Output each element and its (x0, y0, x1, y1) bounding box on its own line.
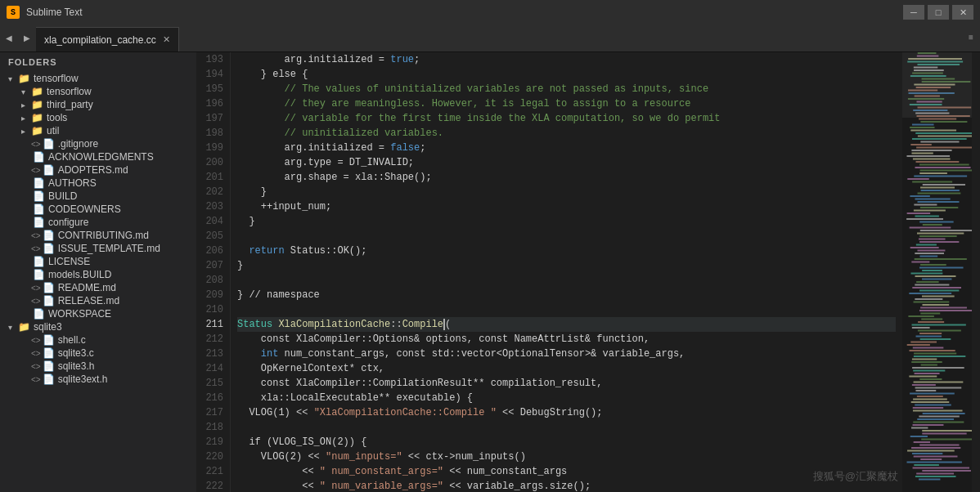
sidebar-item[interactable]: <>📄sqlite3.h (0, 360, 196, 373)
sidebar-item[interactable]: ▾📁tensorflow (0, 72, 196, 85)
sidebar-item[interactable]: ▾📁tensorflow (0, 85, 196, 98)
svg-rect-81 (915, 284, 949, 286)
svg-rect-128 (917, 418, 954, 420)
svg-rect-90 (919, 310, 972, 311)
line-number: 207 (203, 258, 223, 273)
svg-rect-141 (914, 456, 958, 458)
sidebar-item[interactable]: <>📄RELEASE.md (0, 294, 196, 307)
svg-rect-80 (916, 281, 938, 283)
sidebar-item[interactable]: 📄BUILD (0, 190, 196, 203)
svg-rect-57 (915, 216, 938, 217)
svg-rect-88 (922, 304, 949, 306)
code-line: VLOG(2) << "num_inputs=" << ctx->num_inp… (237, 450, 896, 464)
file-label: models.BUILD (48, 269, 111, 280)
sidebar-item[interactable]: 📄WORKSPACE (0, 307, 196, 320)
svg-rect-132 (922, 430, 972, 432)
svg-rect-26 (910, 127, 934, 128)
sidebar-item[interactable]: <>📄ADOPTERS.md (0, 163, 196, 177)
svg-rect-28 (915, 132, 972, 134)
sidebar-item[interactable]: <>📄CONTRIBUTING.md (0, 229, 196, 242)
tabbar: ◀ ▶ xla_compilation_cache.cc ✕ ≡ (0, 25, 980, 52)
file-type-icon: <> (31, 375, 41, 384)
svg-rect-54 (920, 207, 958, 208)
maximize-button[interactable]: □ (928, 5, 949, 20)
sidebar-item[interactable]: <>📄sqlite3.c (0, 347, 196, 360)
file-icon: 📄 (33, 177, 45, 189)
code-line: arg.type = DT_INVALID; (237, 155, 896, 170)
svg-rect-135 (921, 439, 972, 441)
tab-close-button[interactable]: ✕ (163, 34, 170, 45)
titlebar: S Sublime Text ─ □ ✕ (0, 0, 980, 25)
line-number: 209 (203, 288, 223, 302)
svg-rect-27 (910, 130, 956, 132)
code-area[interactable]: 1931941951961971981992002012022032042052… (196, 52, 980, 492)
line-number: 202 (203, 185, 223, 199)
line-number: 197 (203, 111, 223, 126)
sidebar-item[interactable]: 📄models.BUILD (0, 268, 196, 281)
sidebar-item[interactable]: ▸📁tools (0, 111, 196, 124)
minimap[interactable] (902, 52, 972, 492)
line-number: 194 (203, 67, 223, 82)
sidebar-header: FOLDERS (0, 52, 196, 72)
svg-rect-70 (915, 253, 944, 254)
svg-rect-123 (915, 405, 951, 406)
sidebar-item[interactable]: <>📄README.md (0, 281, 196, 294)
folder-label: tensorflow (47, 86, 92, 97)
sidebar-item[interactable]: <>📄shell.c (0, 333, 196, 347)
file-label: ACKNOWLEDGMENTS (48, 151, 154, 163)
sidebar-item[interactable]: 📄ACKNOWLEDGMENTS (0, 150, 196, 163)
svg-rect-113 (909, 376, 937, 378)
sidebar-item[interactable]: ▸📁third_party (0, 98, 196, 111)
line-number: 206 (203, 244, 223, 258)
minimap-viewport[interactable] (902, 52, 972, 118)
file-label: ADOPTERS.md (58, 164, 128, 176)
svg-rect-55 (914, 210, 946, 212)
minimize-button[interactable]: ─ (903, 5, 924, 20)
active-tab[interactable]: xla_compilation_cache.cc ✕ (36, 27, 179, 51)
svg-rect-131 (911, 427, 928, 429)
sidebar: FOLDERS ▾📁tensorflow▾📁tensorflow▸📁third_… (0, 52, 196, 492)
file-icon: 📄 (33, 308, 45, 320)
svg-rect-71 (919, 256, 937, 257)
svg-rect-60 (923, 224, 942, 226)
sidebar-item[interactable]: <>📄.gitignore (0, 137, 196, 150)
vertical-scrollbar[interactable] (972, 52, 980, 492)
tab-right-button[interactable]: ▶ (18, 24, 36, 51)
sidebar-item[interactable]: 📄CODEOWNERS (0, 203, 196, 216)
tab-overflow-button[interactable]: ≡ (962, 24, 980, 51)
svg-rect-25 (912, 124, 934, 126)
svg-rect-72 (915, 258, 967, 260)
svg-rect-67 (916, 244, 937, 246)
file-icon: 📄 (43, 360, 55, 372)
sidebar-item[interactable]: ▾📁sqlite3 (0, 320, 196, 333)
code-line: Status XlaCompilationCache::Compile( (237, 317, 896, 332)
sidebar-item[interactable]: <>📄sqlite3ext.h (0, 373, 196, 386)
svg-rect-133 (922, 433, 966, 435)
sidebar-item[interactable]: ▸📁util (0, 124, 196, 137)
svg-rect-63 (917, 233, 964, 235)
line-number: 222 (203, 479, 223, 492)
code-line: // variable for the first time inside th… (237, 111, 896, 126)
code-line: return Status::OK(); (237, 244, 896, 258)
svg-rect-62 (920, 230, 972, 231)
sidebar-item[interactable]: 📄configure (0, 216, 196, 229)
file-label: BUILD (48, 190, 77, 202)
sidebar-item[interactable]: 📄AUTHORS (0, 177, 196, 190)
code-line: const XlaCompiler::Options& options, con… (237, 332, 896, 347)
folder-arrow-icon: ▸ (21, 101, 31, 110)
line-number: 219 (203, 435, 223, 450)
tab-left-button[interactable]: ◀ (0, 24, 18, 51)
svg-rect-49 (918, 193, 961, 195)
folder-icon: 📁 (31, 99, 43, 110)
svg-rect-93 (921, 319, 942, 320)
code-line: arg.initialized = false; (237, 141, 896, 155)
sidebar-item[interactable]: 📄LICENSE (0, 255, 196, 268)
svg-rect-117 (915, 387, 962, 389)
svg-rect-56 (907, 212, 931, 214)
close-button[interactable]: ✕ (952, 5, 973, 20)
svg-rect-79 (922, 279, 951, 280)
folder-label: sqlite3 (34, 321, 62, 333)
svg-rect-82 (912, 287, 961, 288)
sidebar-item[interactable]: <>📄ISSUE_TEMPLATE.md (0, 242, 196, 255)
svg-rect-112 (915, 373, 940, 374)
